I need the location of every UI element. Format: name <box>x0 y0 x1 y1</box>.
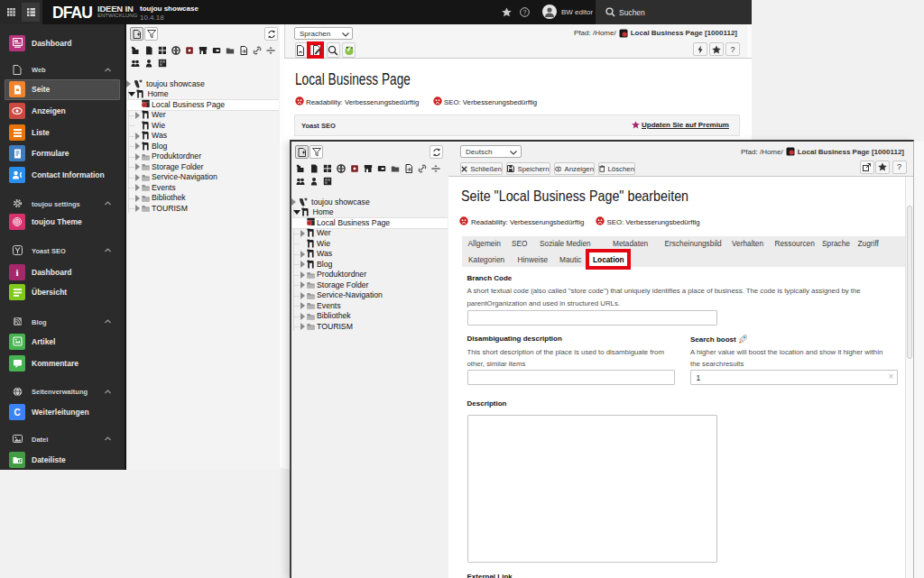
svg-text:?: ? <box>523 9 527 15</box>
